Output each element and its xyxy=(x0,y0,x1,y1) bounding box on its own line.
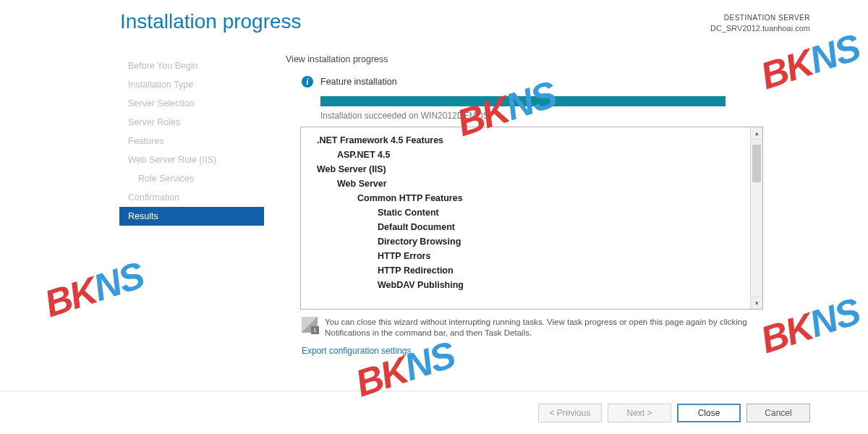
step-confirmation: Confirmation xyxy=(119,188,264,207)
body: Before You Begin Installation Type Serve… xyxy=(0,51,868,391)
export-config-link[interactable]: Export configuration settings xyxy=(302,346,411,356)
wizard-window: Installation progress DESTINATION SERVER… xyxy=(0,0,868,434)
feature-item: .NET Framework 4.5 Features xyxy=(317,133,741,148)
step-role-services: Role Services xyxy=(119,169,264,188)
section-heading: View installation progress xyxy=(286,51,763,72)
step-before-you-begin: Before You Begin xyxy=(119,56,264,75)
feature-item: Static Content xyxy=(317,205,741,220)
close-button[interactable]: Close xyxy=(677,404,741,422)
feature-item: Directory Browsing xyxy=(317,234,741,249)
progress-bar-track xyxy=(320,96,726,106)
wizard-steps-sidebar: Before You Begin Installation Type Serve… xyxy=(119,56,264,226)
step-server-selection: Server Selection xyxy=(119,94,264,113)
step-server-roles: Server Roles xyxy=(119,113,264,132)
header: Installation progress DESTINATION SERVER… xyxy=(0,0,868,51)
status-title: Feature installation xyxy=(320,77,397,87)
feature-list[interactable]: .NET Framework 4.5 Features ASP.NET 4.5 … xyxy=(301,127,762,298)
note-text: You can close this wizard without interr… xyxy=(325,317,765,339)
step-web-server-role: Web Server Role (IIS) xyxy=(119,150,264,169)
scroll-up-button[interactable]: ▴ xyxy=(751,127,762,140)
feature-item: Common HTTP Features xyxy=(317,191,741,205)
cancel-button[interactable]: Cancel xyxy=(746,404,810,422)
feature-item: ASP.NET 4.5 xyxy=(317,148,741,162)
info-icon: i xyxy=(302,76,313,88)
feature-item: HTTP Redirection xyxy=(317,263,741,278)
destination-label: DESTINATION SERVER xyxy=(710,13,810,23)
scroll-down-button[interactable]: ▾ xyxy=(751,297,762,309)
destination-server: DESTINATION SERVER DC_SRV2012.tuanhoai.c… xyxy=(710,13,810,33)
step-features: Features xyxy=(119,132,264,150)
feature-item: Default Document xyxy=(317,220,741,234)
scrollbar[interactable]: ▴ ▾ xyxy=(750,127,762,309)
step-results[interactable]: Results xyxy=(119,207,264,226)
previous-button: < Previous xyxy=(538,404,602,422)
feature-item: Web Server (IIS) xyxy=(317,162,741,176)
feature-item: HTTP Errors xyxy=(317,249,741,263)
main-content: View installation progress i Feature ins… xyxy=(286,51,763,356)
footer: < Previous Next > Close Cancel xyxy=(0,391,868,434)
next-button: Next > xyxy=(608,404,671,422)
status-message: Installation succeeded on WIN2012DEMOS. xyxy=(320,111,763,121)
progress-bar-fill xyxy=(320,96,726,106)
destination-value: DC_SRV2012.tuanhoai.com xyxy=(710,23,810,33)
status-row: i Feature installation xyxy=(286,72,763,92)
feature-item: WebDAV Publishing xyxy=(317,278,741,292)
note-row: You can close this wizard without interr… xyxy=(302,317,765,339)
flag-icon xyxy=(302,317,318,333)
feature-list-box: .NET Framework 4.5 Features ASP.NET 4.5 … xyxy=(300,127,763,310)
scroll-thumb[interactable] xyxy=(752,145,761,182)
feature-item: Web Server xyxy=(317,176,741,191)
step-installation-type: Installation Type xyxy=(119,75,264,94)
